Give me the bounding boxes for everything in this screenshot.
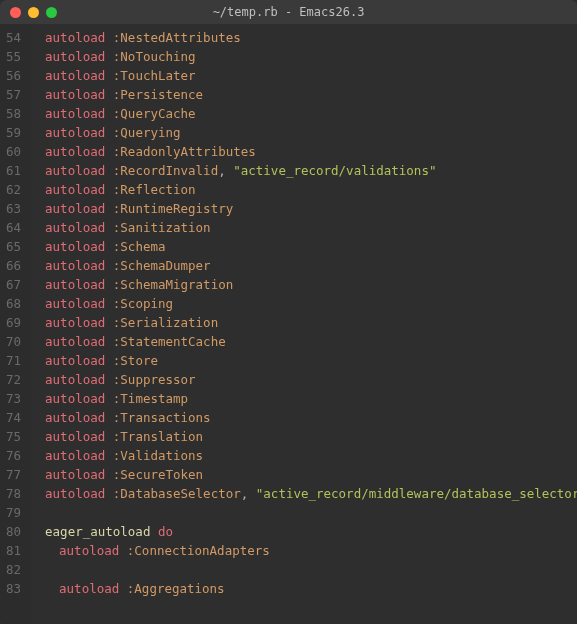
line-number: 57 (6, 85, 21, 104)
code-line[interactable] (45, 560, 577, 579)
string: "active_record/middleware/database_selec… (256, 486, 577, 501)
symbol: :Suppressor (113, 372, 196, 387)
symbol: :Validations (113, 448, 203, 463)
code-line[interactable]: autoload :Suppressor (45, 370, 577, 389)
symbol: :Persistence (113, 87, 203, 102)
minimize-icon[interactable] (28, 7, 39, 18)
window-titlebar: ~/temp.rb - Emacs26.3 (0, 0, 577, 24)
code-line[interactable]: autoload :Serialization (45, 313, 577, 332)
code-line[interactable]: autoload :Sanitization (45, 218, 577, 237)
code-line[interactable]: autoload :RecordInvalid, "active_record/… (45, 161, 577, 180)
line-number: 79 (6, 503, 21, 522)
keyword: autoload (45, 239, 105, 254)
symbol: :SchemaMigration (113, 277, 233, 292)
line-number: 82 (6, 560, 21, 579)
keyword: autoload (45, 87, 105, 102)
line-number: 65 (6, 237, 21, 256)
line-number: 78 (6, 484, 21, 503)
code-line[interactable]: autoload :TouchLater (45, 66, 577, 85)
window-title: ~/temp.rb - Emacs26.3 (0, 3, 577, 22)
code-line[interactable]: autoload :Querying (45, 123, 577, 142)
symbol: :DatabaseSelector (113, 486, 241, 501)
line-number: 75 (6, 427, 21, 446)
line-number: 81 (6, 541, 21, 560)
keyword: autoload (45, 182, 105, 197)
keyword: autoload (45, 163, 105, 178)
symbol: :Transactions (113, 410, 211, 425)
keyword: autoload (45, 486, 105, 501)
code-line[interactable]: autoload :SchemaMigration (45, 275, 577, 294)
code-line[interactable]: autoload :Translation (45, 427, 577, 446)
code-line[interactable]: autoload :RuntimeRegistry (45, 199, 577, 218)
code-line[interactable]: autoload :SecureToken (45, 465, 577, 484)
keyword: autoload (45, 429, 105, 444)
close-icon[interactable] (10, 7, 21, 18)
code-line[interactable]: eager_autoload do (45, 522, 577, 541)
line-number: 60 (6, 142, 21, 161)
keyword: autoload (45, 334, 105, 349)
symbol: :Timestamp (113, 391, 188, 406)
symbol: :Schema (113, 239, 166, 254)
keyword: autoload (45, 277, 105, 292)
symbol: :NoTouching (113, 49, 196, 64)
line-number: 68 (6, 294, 21, 313)
code-line[interactable]: autoload :Persistence (45, 85, 577, 104)
line-number: 59 (6, 123, 21, 142)
method-call: eager_autoload (45, 524, 150, 539)
code-line[interactable]: autoload :Aggregations (45, 579, 577, 598)
line-number: 83 (6, 579, 21, 598)
code-line[interactable]: autoload :Timestamp (45, 389, 577, 408)
line-number-gutter: 5455565758596061626364656667686970717273… (0, 24, 31, 624)
line-number: 76 (6, 446, 21, 465)
keyword: autoload (45, 201, 105, 216)
symbol: :RecordInvalid (113, 163, 218, 178)
code-line[interactable]: autoload :QueryCache (45, 104, 577, 123)
symbol: :ConnectionAdapters (127, 543, 270, 558)
comma: , (218, 163, 233, 178)
code-line[interactable]: autoload :Store (45, 351, 577, 370)
line-number: 77 (6, 465, 21, 484)
symbol: :NestedAttributes (113, 30, 241, 45)
code-line[interactable]: autoload :Validations (45, 446, 577, 465)
symbol: :StatementCache (113, 334, 226, 349)
line-number: 67 (6, 275, 21, 294)
symbol: :Reflection (113, 182, 196, 197)
line-number: 55 (6, 47, 21, 66)
code-line[interactable] (45, 503, 577, 522)
keyword: autoload (59, 581, 119, 596)
keyword: autoload (45, 144, 105, 159)
window-controls (0, 7, 57, 18)
symbol: :Scoping (113, 296, 173, 311)
code-line[interactable]: autoload :SchemaDumper (45, 256, 577, 275)
code-line[interactable]: autoload :ConnectionAdapters (45, 541, 577, 560)
code-line[interactable]: autoload :NestedAttributes (45, 28, 577, 47)
code-content[interactable]: autoload :NestedAttributesautoload :NoTo… (31, 24, 577, 624)
line-number: 61 (6, 161, 21, 180)
line-number: 62 (6, 180, 21, 199)
code-line[interactable]: autoload :Schema (45, 237, 577, 256)
code-line[interactable]: autoload :Reflection (45, 180, 577, 199)
editor-area[interactable]: 5455565758596061626364656667686970717273… (0, 24, 577, 624)
line-number: 64 (6, 218, 21, 237)
keyword: autoload (45, 258, 105, 273)
symbol: :Querying (113, 125, 181, 140)
maximize-icon[interactable] (46, 7, 57, 18)
line-number: 74 (6, 408, 21, 427)
keyword: autoload (45, 467, 105, 482)
code-line[interactable]: autoload :DatabaseSelector, "active_reco… (45, 484, 577, 503)
keyword: autoload (45, 410, 105, 425)
code-line[interactable]: autoload :StatementCache (45, 332, 577, 351)
symbol: :ReadonlyAttributes (113, 144, 256, 159)
line-number: 73 (6, 389, 21, 408)
symbol: :Aggregations (127, 581, 225, 596)
keyword: autoload (59, 543, 119, 558)
keyword: autoload (45, 220, 105, 235)
keyword: autoload (45, 49, 105, 64)
code-line[interactable]: autoload :ReadonlyAttributes (45, 142, 577, 161)
keyword: autoload (45, 448, 105, 463)
code-line[interactable]: autoload :Transactions (45, 408, 577, 427)
code-line[interactable]: autoload :NoTouching (45, 47, 577, 66)
line-number: 58 (6, 104, 21, 123)
keyword: autoload (45, 353, 105, 368)
code-line[interactable]: autoload :Scoping (45, 294, 577, 313)
